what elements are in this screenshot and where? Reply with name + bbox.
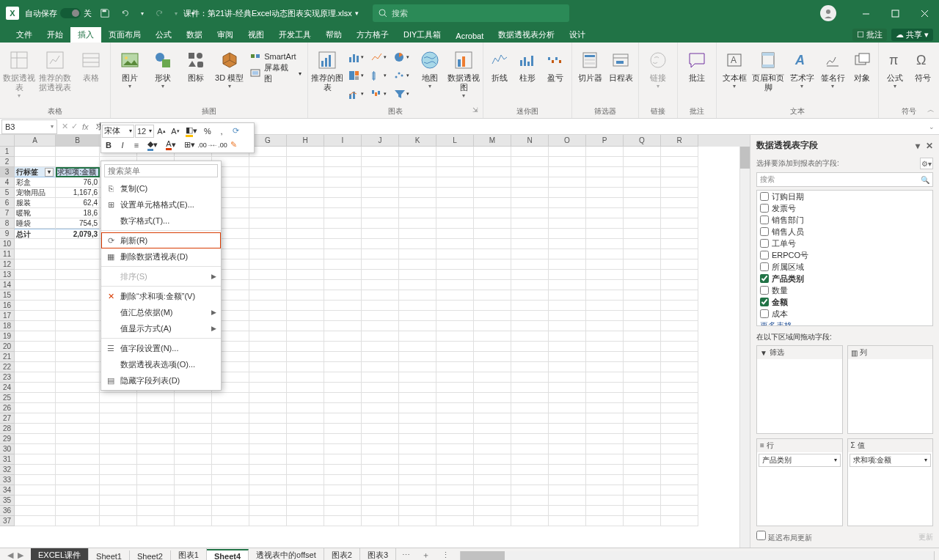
row-header[interactable]: 15 (0, 290, 15, 301)
cell[interactable] (362, 413, 399, 424)
cell[interactable] (549, 301, 586, 311)
cell[interactable] (287, 403, 324, 413)
column-header[interactable]: Q (624, 135, 661, 147)
cell[interactable] (15, 372, 56, 383)
filter-area[interactable]: ▼筛选 (756, 345, 843, 434)
cell[interactable] (137, 465, 175, 475)
column-header[interactable]: A (15, 135, 56, 147)
cell[interactable] (56, 321, 100, 331)
charts-dialog-launcher[interactable]: ⇲ (472, 106, 478, 114)
vertical-scrollbar[interactable] (739, 147, 750, 548)
cell[interactable] (287, 444, 324, 454)
bold-icon[interactable]: B (102, 139, 115, 152)
cell[interactable] (399, 424, 436, 434)
cell[interactable] (399, 454, 436, 465)
cell[interactable] (549, 485, 586, 495)
cell[interactable] (15, 342, 56, 352)
comments-button[interactable]: ☐ 批注 (852, 29, 887, 41)
cell[interactable] (324, 413, 362, 424)
slicer-button[interactable]: 切片器 (575, 45, 604, 104)
cell[interactable] (474, 465, 511, 475)
tab-formulas[interactable]: 公式 (148, 27, 179, 43)
cell[interactable] (624, 362, 661, 372)
cell[interactable] (56, 331, 100, 342)
column-header[interactable]: L (436, 135, 474, 147)
pie-chart-button[interactable]: ▾ (390, 48, 412, 66)
cell[interactable] (436, 516, 474, 526)
cell[interactable]: 754,5 (56, 218, 100, 229)
cell[interactable] (436, 198, 474, 208)
cell[interactable] (586, 321, 624, 331)
cell[interactable] (324, 229, 362, 239)
context-menu-search[interactable] (104, 164, 218, 177)
cell[interactable] (287, 465, 324, 475)
cell[interactable] (137, 444, 175, 454)
sheet-tab[interactable]: 图表2 (324, 548, 360, 560)
field-item[interactable]: 成本 (757, 308, 932, 320)
cell[interactable] (474, 270, 511, 280)
cell[interactable] (249, 280, 287, 290)
cell[interactable] (56, 403, 100, 413)
field-item[interactable]: 销售部门 (757, 214, 932, 226)
cell[interactable] (661, 249, 698, 259)
cell[interactable] (175, 444, 212, 454)
row-header[interactable]: 6 (0, 198, 15, 208)
cell[interactable] (362, 352, 399, 362)
cell[interactable] (549, 424, 586, 434)
cell[interactable] (362, 249, 399, 259)
cell[interactable] (56, 157, 100, 167)
row-header[interactable]: 25 (0, 393, 15, 403)
cell[interactable] (137, 485, 175, 495)
cell[interactable] (661, 506, 698, 516)
cell[interactable] (362, 383, 399, 393)
sheet-tab[interactable]: Sheet1 (89, 550, 130, 560)
next-sheet-icon[interactable]: ▶ (18, 550, 23, 560)
cell[interactable] (549, 434, 586, 444)
cell[interactable] (324, 280, 362, 290)
cell[interactable] (56, 393, 100, 403)
cell[interactable] (399, 475, 436, 485)
cell[interactable] (15, 383, 56, 393)
cell[interactable] (511, 465, 549, 475)
cell[interactable] (287, 413, 324, 424)
cell[interactable] (586, 270, 624, 280)
cell[interactable] (15, 352, 56, 362)
cell[interactable] (624, 218, 661, 229)
cell[interactable] (324, 465, 362, 475)
cell[interactable] (362, 301, 399, 311)
shapes-button[interactable]: 形状▾ (147, 45, 178, 104)
cell[interactable] (362, 167, 399, 177)
maps-button[interactable]: 地图▾ (414, 45, 446, 104)
cell[interactable] (249, 434, 287, 444)
cell[interactable] (362, 393, 399, 403)
cell[interactable] (549, 321, 586, 331)
cell[interactable] (324, 198, 362, 208)
cell[interactable] (324, 157, 362, 167)
decrease-decimal-icon[interactable]: ←.00 (213, 139, 226, 152)
cell[interactable] (212, 506, 249, 516)
cell[interactable] (624, 208, 661, 218)
cell[interactable] (249, 177, 287, 188)
row-header[interactable]: 2 (0, 157, 15, 167)
autosave-toggle[interactable]: 自动保存 关 (25, 8, 92, 19)
cell[interactable] (661, 331, 698, 342)
cell[interactable] (661, 259, 698, 270)
cell[interactable] (399, 495, 436, 506)
row-header[interactable]: 30 (0, 444, 15, 454)
cell[interactable] (56, 259, 100, 270)
cell[interactable] (249, 465, 287, 475)
column-header[interactable]: O (549, 135, 586, 147)
row-header[interactable]: 13 (0, 270, 15, 280)
cell[interactable] (287, 198, 324, 208)
row-header[interactable]: 21 (0, 352, 15, 362)
cell[interactable] (549, 188, 586, 198)
cell[interactable] (15, 434, 56, 444)
cell[interactable] (474, 516, 511, 526)
cell[interactable] (661, 229, 698, 239)
cell[interactable] (399, 465, 436, 475)
ctx-field_settings[interactable]: ☰值字段设置(N)... (101, 340, 221, 356)
cell[interactable] (661, 280, 698, 290)
cell[interactable] (175, 506, 212, 516)
cell[interactable] (661, 208, 698, 218)
cell[interactable] (137, 403, 175, 413)
